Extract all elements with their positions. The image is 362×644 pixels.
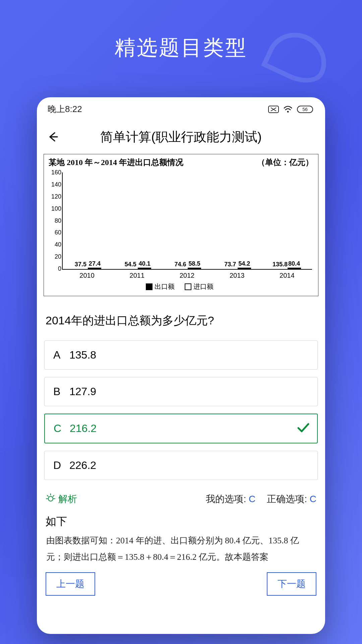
option-c[interactable]: C216.2 (44, 414, 318, 443)
option-value: 127.9 (69, 385, 96, 398)
x-axis-ticks: 20102011201220132014 (62, 270, 312, 279)
bar-value-label: 54.2 (238, 260, 250, 267)
chart-unit: （单位：亿元） (257, 157, 313, 168)
bar-value-label: 37.5 (75, 261, 86, 268)
bar-value-label: 54.5 (125, 261, 136, 268)
x-tick: 2012 (180, 272, 195, 279)
analysis-row: 解析 我的选项: C 正确选项: C (37, 480, 325, 509)
bar-pair: 74.658.5 (174, 268, 201, 269)
bar-pair: 37.527.4 (74, 268, 101, 269)
check-icon (296, 420, 310, 437)
option-key: D (53, 459, 69, 472)
x-tick: 2013 (230, 272, 245, 279)
bar-import: 27.4 (88, 268, 101, 269)
analysis-label: 解析 (58, 493, 77, 505)
bar-value-label: 80.4 (288, 260, 300, 267)
x-tick: 2011 (130, 272, 145, 279)
wifi-icon (283, 106, 293, 113)
prev-button[interactable]: 上一题 (46, 572, 95, 596)
explanation-head: 如下 (37, 509, 325, 531)
y-tick: 100 (47, 205, 61, 212)
legend-item: 出口额 (146, 282, 175, 291)
option-d[interactable]: D226.2 (44, 451, 318, 480)
my-answer: 我的选项: C (206, 493, 255, 505)
option-value: 226.2 (69, 459, 96, 472)
chart-bars: 37.527.454.540.174.658.573.754.2135.880.… (63, 172, 312, 269)
bar-pair: 54.540.1 (124, 268, 151, 269)
options-list: A135.8B127.9C216.2D226.2 (37, 340, 325, 480)
option-key: A (53, 349, 69, 361)
chart-title: 某地 2010 年～2014 年进出口总额情况 (49, 157, 183, 168)
x-tick: 2014 (280, 272, 295, 279)
option-key: C (54, 422, 70, 435)
y-tick: 20 (47, 253, 61, 260)
option-a[interactable]: A135.8 (44, 340, 318, 370)
legend-swatch-light (185, 283, 191, 290)
bar-import: 58.5 (188, 268, 201, 269)
x-tick: 2010 (79, 272, 95, 279)
bar-pair: 135.880.4 (274, 268, 301, 269)
lightbulb-icon (46, 493, 56, 505)
option-b[interactable]: B127.9 (44, 377, 318, 406)
correct-answer: 正确选项: C (267, 493, 316, 505)
chart-legend: 出口额 进口额 (47, 279, 312, 295)
option-value: 135.8 (69, 349, 96, 361)
y-tick: 140 (47, 181, 61, 188)
legend-item: 进口额 (185, 282, 214, 291)
explanation-body: 由图表数据可知：2014 年的进、出口额分别为 80.4 亿元、135.8 亿元… (37, 531, 325, 566)
phone-frame: 晚上8:22 56 简单计算(职业行政能力测试) 某地 2010 年～2014 … (37, 97, 325, 634)
y-tick: 40 (47, 241, 61, 248)
y-tick: 0 (47, 265, 61, 272)
bar-import: 80.4 (288, 268, 301, 269)
statusbar: 晚上8:22 56 (37, 97, 325, 118)
option-value: 216.2 (70, 422, 97, 435)
y-tick: 60 (47, 229, 61, 236)
option-key: B (53, 385, 69, 398)
bar-value-label: 74.6 (174, 261, 186, 268)
nav-bar: 简单计算(职业行政能力测试) (37, 118, 325, 152)
y-axis-ticks: 020406080100120140160 (47, 169, 61, 272)
bar-import: 54.2 (238, 268, 251, 269)
bar-value-label: 40.1 (139, 260, 150, 267)
bar-value-label: 27.4 (89, 260, 101, 267)
nav-title: 简单计算(职业行政能力测试) (44, 128, 318, 146)
battery-icon: 56 (297, 106, 314, 113)
svg-point-4 (48, 496, 53, 501)
chart-plot: 020406080100120140160 37.527.454.540.174… (62, 172, 312, 270)
svg-text:56: 56 (302, 107, 308, 112)
no-sim-icon (268, 106, 279, 113)
bar-import: 40.1 (138, 268, 151, 269)
next-button[interactable]: 下一题 (267, 572, 316, 596)
bar-pair: 73.754.2 (224, 268, 251, 269)
bar-value-label: 58.5 (188, 260, 200, 267)
status-time: 晚上8:22 (48, 103, 82, 115)
bar-value-label: 135.8 (273, 261, 288, 268)
y-tick: 160 (47, 169, 61, 176)
legend-swatch-dark (146, 283, 153, 290)
question-text: 2014年的进出口总额为多少亿元? (37, 296, 325, 340)
bar-value-label: 73.7 (224, 261, 236, 268)
chart-container: 某地 2010 年～2014 年进出口总额情况 （单位：亿元） 02040608… (44, 154, 318, 296)
y-tick: 80 (47, 217, 61, 224)
svg-point-1 (287, 111, 289, 112)
y-tick: 120 (47, 193, 61, 200)
